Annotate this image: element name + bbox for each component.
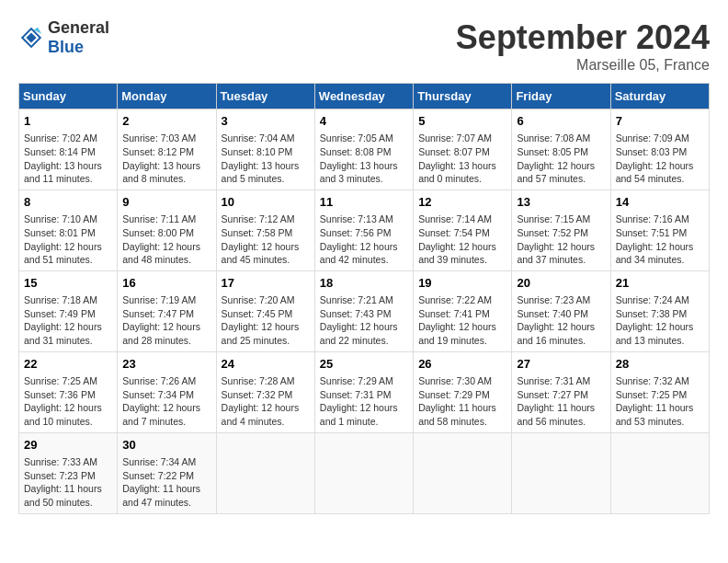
day-number: 19 [418,275,506,292]
day-number: 23 [122,356,210,373]
day-info: Sunrise: 7:31 AMSunset: 7:27 PMDaylight:… [517,374,605,429]
calendar-day-cell: 23Sunrise: 7:26 AMSunset: 7:34 PMDayligh… [118,351,216,432]
calendar-day-cell: 7Sunrise: 7:09 AMSunset: 8:03 PMDaylight… [610,109,709,190]
weekday-header-saturday: Saturday [610,84,709,109]
calendar-day-cell: 19Sunrise: 7:22 AMSunset: 7:41 PMDayligh… [414,270,512,351]
day-number: 28 [616,356,704,373]
day-number: 26 [418,356,506,373]
calendar-day-cell [414,432,512,513]
day-info: Sunrise: 7:14 AMSunset: 7:54 PMDaylight:… [418,213,506,267]
weekday-header-friday: Friday [512,84,610,109]
calendar-day-cell: 14Sunrise: 7:16 AMSunset: 7:51 PMDayligh… [610,190,709,270]
day-number: 15 [24,275,112,292]
month-title: September 2024 [456,18,710,57]
day-info: Sunrise: 7:33 AMSunset: 7:23 PMDaylight:… [24,455,112,510]
calendar-week-row: 22Sunrise: 7:25 AMSunset: 7:36 PMDayligh… [19,351,710,432]
calendar-day-cell: 8Sunrise: 7:10 AMSunset: 8:01 PMDaylight… [19,190,118,270]
day-info: Sunrise: 7:18 AMSunset: 7:49 PMDaylight:… [24,293,112,348]
day-number: 21 [616,275,704,292]
day-info: Sunrise: 7:19 AMSunset: 7:47 PMDaylight:… [122,293,210,348]
day-info: Sunrise: 7:21 AMSunset: 7:43 PMDaylight:… [320,293,408,348]
weekday-header-tuesday: Tuesday [216,84,314,109]
day-number: 20 [517,275,605,292]
day-number: 7 [616,113,704,130]
calendar-day-cell: 25Sunrise: 7:29 AMSunset: 7:31 PMDayligh… [314,351,413,432]
calendar-day-cell: 1Sunrise: 7:02 AMSunset: 8:14 PMDaylight… [19,109,118,190]
day-number: 27 [517,356,605,373]
day-number: 29 [24,437,112,454]
weekday-header-monday: Monday [118,84,216,109]
calendar-day-cell [610,432,709,513]
day-info: Sunrise: 7:04 AMSunset: 8:10 PMDaylight:… [222,132,310,186]
day-info: Sunrise: 7:32 AMSunset: 7:25 PMDaylight:… [616,374,704,429]
weekday-header-wednesday: Wednesday [314,84,413,109]
day-info: Sunrise: 7:25 AMSunset: 7:36 PMDaylight:… [24,374,112,429]
weekday-header-thursday: Thursday [414,84,512,109]
calendar-day-cell: 12Sunrise: 7:14 AMSunset: 7:54 PMDayligh… [414,190,512,270]
day-info: Sunrise: 7:20 AMSunset: 7:45 PMDaylight:… [222,293,310,348]
day-info: Sunrise: 7:07 AMSunset: 8:07 PMDaylight:… [418,132,506,186]
day-info: Sunrise: 7:28 AMSunset: 7:32 PMDaylight:… [222,374,310,429]
day-number: 6 [517,113,605,130]
day-number: 3 [222,113,310,130]
calendar-day-cell [216,432,314,513]
day-info: Sunrise: 7:03 AMSunset: 8:12 PMDaylight:… [122,132,210,186]
calendar-week-row: 15Sunrise: 7:18 AMSunset: 7:49 PMDayligh… [19,270,710,351]
calendar-day-cell: 5Sunrise: 7:07 AMSunset: 8:07 PMDaylight… [414,109,512,190]
day-number: 14 [616,194,704,211]
day-number: 9 [122,194,210,211]
day-info: Sunrise: 7:09 AMSunset: 8:03 PMDaylight:… [616,132,704,186]
day-number: 24 [222,356,310,373]
day-info: Sunrise: 7:24 AMSunset: 7:38 PMDaylight:… [616,293,704,348]
day-number: 22 [24,356,112,373]
day-number: 4 [320,113,408,130]
logo: General Blue [18,18,109,57]
day-info: Sunrise: 7:26 AMSunset: 7:34 PMDaylight:… [122,374,210,429]
calendar-day-cell: 22Sunrise: 7:25 AMSunset: 7:36 PMDayligh… [19,351,118,432]
day-number: 16 [122,275,210,292]
calendar-day-cell: 16Sunrise: 7:19 AMSunset: 7:47 PMDayligh… [118,270,216,351]
calendar-day-cell: 29Sunrise: 7:33 AMSunset: 7:23 PMDayligh… [19,432,118,513]
day-info: Sunrise: 7:02 AMSunset: 8:14 PMDaylight:… [24,132,112,186]
calendar-day-cell: 27Sunrise: 7:31 AMSunset: 7:27 PMDayligh… [512,351,610,432]
day-number: 30 [122,437,210,454]
calendar-table: SundayMondayTuesdayWednesdayThursdayFrid… [18,83,710,514]
logo-text: General Blue [48,18,109,57]
calendar-day-cell: 9Sunrise: 7:11 AMSunset: 8:00 PMDaylight… [118,190,216,270]
day-info: Sunrise: 7:12 AMSunset: 7:58 PMDaylight:… [222,213,310,267]
day-number: 18 [320,275,408,292]
calendar-day-cell: 3Sunrise: 7:04 AMSunset: 8:10 PMDaylight… [216,109,314,190]
calendar-week-row: 29Sunrise: 7:33 AMSunset: 7:23 PMDayligh… [19,432,710,513]
title-section: September 2024 Marseille 05, France [456,18,710,74]
calendar-day-cell: 30Sunrise: 7:34 AMSunset: 7:22 PMDayligh… [118,432,216,513]
day-info: Sunrise: 7:11 AMSunset: 8:00 PMDaylight:… [122,213,210,267]
day-info: Sunrise: 7:08 AMSunset: 8:05 PMDaylight:… [517,132,605,186]
calendar-day-cell: 20Sunrise: 7:23 AMSunset: 7:40 PMDayligh… [512,270,610,351]
calendar-day-cell: 17Sunrise: 7:20 AMSunset: 7:45 PMDayligh… [216,270,314,351]
calendar-day-cell: 4Sunrise: 7:05 AMSunset: 8:08 PMDaylight… [314,109,413,190]
day-number: 8 [24,194,112,211]
calendar-day-cell: 13Sunrise: 7:15 AMSunset: 7:52 PMDayligh… [512,190,610,270]
calendar-day-cell [314,432,413,513]
calendar-day-cell: 2Sunrise: 7:03 AMSunset: 8:12 PMDaylight… [118,109,216,190]
day-info: Sunrise: 7:30 AMSunset: 7:29 PMDaylight:… [418,374,506,429]
calendar-day-cell: 11Sunrise: 7:13 AMSunset: 7:56 PMDayligh… [314,190,413,270]
calendar-day-cell: 18Sunrise: 7:21 AMSunset: 7:43 PMDayligh… [314,270,413,351]
calendar-day-cell: 24Sunrise: 7:28 AMSunset: 7:32 PMDayligh… [216,351,314,432]
weekday-header-row: SundayMondayTuesdayWednesdayThursdayFrid… [19,84,710,109]
day-info: Sunrise: 7:16 AMSunset: 7:51 PMDaylight:… [616,213,704,267]
day-number: 10 [222,194,310,211]
weekday-header-sunday: Sunday [19,84,118,109]
day-number: 12 [418,194,506,211]
day-number: 17 [222,275,310,292]
day-info: Sunrise: 7:29 AMSunset: 7:31 PMDaylight:… [320,374,408,429]
day-number: 11 [320,194,408,211]
calendar-day-cell: 26Sunrise: 7:30 AMSunset: 7:29 PMDayligh… [414,351,512,432]
calendar-day-cell [512,432,610,513]
day-info: Sunrise: 7:05 AMSunset: 8:08 PMDaylight:… [320,132,408,186]
logo-icon [18,25,44,51]
day-info: Sunrise: 7:34 AMSunset: 7:22 PMDaylight:… [122,455,210,510]
day-info: Sunrise: 7:13 AMSunset: 7:56 PMDaylight:… [320,213,408,267]
day-number: 25 [320,356,408,373]
calendar-day-cell: 10Sunrise: 7:12 AMSunset: 7:58 PMDayligh… [216,190,314,270]
